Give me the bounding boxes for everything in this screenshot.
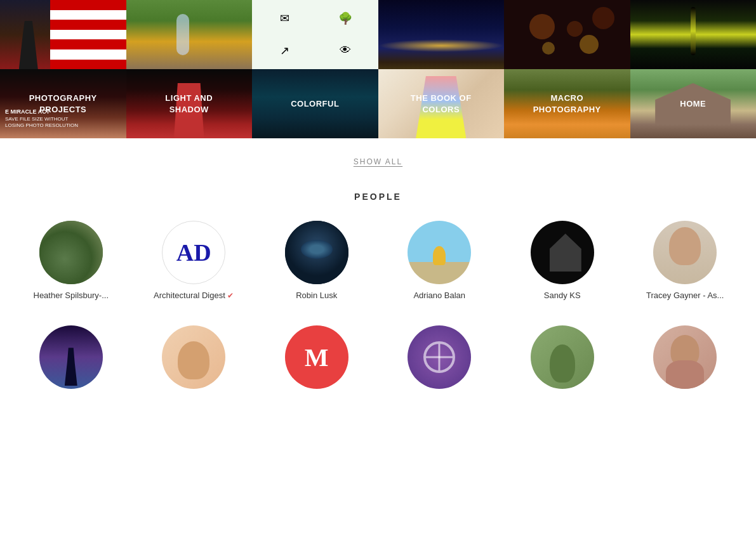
- person-heather[interactable]: Heather Spilsbury-...: [13, 221, 129, 300]
- avatar-ad: AD: [162, 221, 225, 284]
- person-robin[interactable]: Robin Lusk: [258, 221, 375, 300]
- avatar-p9: M: [285, 325, 348, 389]
- avatar-p11: [531, 325, 594, 389]
- grid-item-politics[interactable]: [0, 0, 126, 69]
- person-tracey[interactable]: Tracey Gayner - As...: [627, 221, 744, 300]
- people-grid-row2: M: [13, 325, 743, 389]
- icon-tree: 🌳: [315, 3, 375, 34]
- icon-share: ↗: [255, 36, 314, 67]
- show-all-section: SHOW ALL: [0, 138, 756, 192]
- person-tracey-name: Tracey Gayner - As...: [646, 291, 724, 300]
- ad-logo-text: AD: [176, 239, 211, 266]
- image-grid-top: ✉ 🌳 ↗ 👁: [0, 0, 756, 69]
- avatar-p12: [653, 325, 717, 389]
- grid-label-lightshad: LIGHT ANDSHADOW: [126, 69, 253, 138]
- person-ad[interactable]: AD Architectural Digest ✔: [136, 221, 253, 300]
- grid-item-bokeh[interactable]: [504, 0, 630, 69]
- avatar-sandy: [531, 221, 594, 284]
- grid-item-colorful[interactable]: COLORFUL: [252, 69, 378, 138]
- icon-envelope: ✉: [255, 3, 314, 34]
- person-heather-name: Heather Spilsbury-...: [34, 291, 109, 300]
- grid-label-home: HOME: [630, 69, 757, 138]
- person-p11[interactable]: [504, 325, 621, 389]
- grid-label-macro: MACROPHOTOGRAPHY: [504, 69, 630, 138]
- top-row: ✉ 🌳 ↗ 👁: [0, 0, 756, 69]
- grid-item-liquid[interactable]: [630, 0, 757, 69]
- show-all-button[interactable]: SHOW ALL: [354, 157, 402, 166]
- grid-item-macro[interactable]: MACROPHOTOGRAPHY: [504, 69, 630, 138]
- avatar-p8: [162, 325, 225, 389]
- person-p9[interactable]: M: [258, 325, 375, 389]
- avatar-robin: [285, 221, 348, 284]
- grid-item-waterfall[interactable]: [126, 0, 253, 69]
- person-adriano-name: Adriano Balan: [413, 291, 465, 300]
- person-sandy-name: Sandy KS: [544, 291, 581, 300]
- people-title: PEOPLE: [13, 192, 743, 202]
- grid-item-lightshad[interactable]: LIGHT ANDSHADOW: [126, 69, 253, 138]
- grid-item-icons[interactable]: ✉ 🌳 ↗ 👁: [252, 0, 378, 69]
- grid-label-colorful: COLORFUL: [252, 69, 378, 138]
- grid-label-bookcolors: THE BOOK OFCOLORS: [378, 69, 505, 138]
- people-grid-row1: Heather Spilsbury-... AD Architectural D…: [13, 221, 743, 300]
- person-p7[interactable]: [13, 325, 129, 389]
- person-ad-name: Architectural Digest ✔: [154, 291, 234, 300]
- grid-item-photoproj[interactable]: PHOTOGRAPHY PROJECTS E MIRACLE ACT SAVE …: [0, 69, 126, 138]
- labeled-row: PHOTOGRAPHY PROJECTS E MIRACLE ACT SAVE …: [0, 69, 756, 138]
- avatar-adriano: [408, 221, 471, 284]
- person-sandy[interactable]: Sandy KS: [504, 221, 621, 300]
- person-p10[interactable]: [381, 325, 498, 389]
- avatar-heather: [39, 221, 103, 284]
- photoproj-sublabel: E MIRACLE ACT SAVE FILE SIZE WITHOUTLOSI…: [5, 108, 121, 129]
- grid-item-bookcolors[interactable]: THE BOOK OFCOLORS: [378, 69, 505, 138]
- icon-eye: 👁: [315, 36, 375, 67]
- image-grid-labeled: PHOTOGRAPHY PROJECTS E MIRACLE ACT SAVE …: [0, 69, 756, 138]
- people-section: PEOPLE Heather Spilsbury-... AD Architec…: [0, 192, 756, 414]
- avatar-p10: [408, 325, 471, 389]
- grid-item-citynight[interactable]: [378, 0, 505, 69]
- avatar-tracey: [653, 221, 717, 284]
- person-robin-name: Robin Lusk: [296, 291, 337, 300]
- grid-item-home[interactable]: HOME: [630, 69, 757, 138]
- avatar-p7: [39, 325, 103, 389]
- verified-badge-ad: ✔: [227, 291, 234, 300]
- person-p8[interactable]: [136, 325, 253, 389]
- person-p12[interactable]: [627, 325, 744, 389]
- person-adriano[interactable]: Adriano Balan: [381, 221, 498, 300]
